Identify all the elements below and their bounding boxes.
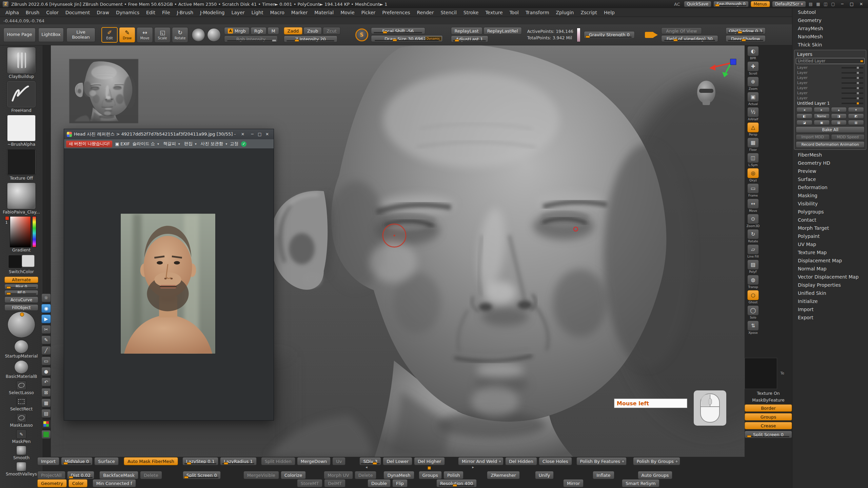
- zscript-dropdown[interactable]: DefaultZScr: [772, 1, 806, 7]
- import-mdd-button[interactable]: Import MDD: [796, 134, 830, 140]
- menu-item[interactable]: Preferences: [379, 10, 413, 15]
- bottom-button[interactable]: Delete: [140, 471, 162, 479]
- bottom-button[interactable]: LazyStep 0.1: [182, 457, 218, 465]
- tool-panel-item[interactable]: Export: [792, 313, 868, 322]
- pin-button[interactable]: 고정: [230, 141, 238, 147]
- side-column-button[interactable]: Crease: [745, 422, 792, 429]
- select-lasso-thumbnail[interactable]: [16, 381, 26, 390]
- move-mode-button[interactable]: ↔ Move: [137, 27, 153, 43]
- texture-on-label[interactable]: Texture On: [745, 391, 792, 396]
- layer-tool-button[interactable]: ▥: [848, 120, 864, 125]
- viewport-toggle[interactable]: ↔ Move: [747, 199, 759, 212]
- layer-tool-button[interactable]: ▸: [814, 107, 830, 112]
- layer-tool-button[interactable]: ◩: [848, 114, 864, 119]
- scale-mode-button[interactable]: ◱ Scale: [154, 27, 171, 43]
- deep-shadow-slider[interactable]: DeepShadow: [726, 35, 766, 42]
- photo-menu[interactable]: 책갈피: [163, 141, 180, 147]
- texture-preview-thumbnail[interactable]: Te: [745, 358, 777, 389]
- blur-slider[interactable]: Blur 0: [4, 284, 38, 289]
- bottom-button[interactable]: Unify: [535, 471, 554, 479]
- tool-panel-item[interactable]: FiberMesh: [792, 151, 868, 159]
- main-color-swatch[interactable]: [8, 255, 22, 268]
- tool-panel-item[interactable]: NanoMesh: [792, 33, 868, 41]
- draw-size-slider[interactable]: Draw Size 30.69679Dynamic: [371, 35, 443, 42]
- alpha-thumbnail[interactable]: [7, 115, 36, 142]
- quicksave-button[interactable]: QuickSave: [684, 1, 711, 7]
- layer-row[interactable]: Layer: [796, 80, 865, 85]
- dynamic-badge[interactable]: Dynamic: [425, 37, 441, 41]
- layer-row[interactable]: Layer: [796, 75, 865, 80]
- bottom-button[interactable]: Mirror: [563, 479, 584, 487]
- bottom-button[interactable]: Split Screen 0: [183, 471, 221, 479]
- see-through-slider[interactable]: See-through 0: [713, 1, 748, 7]
- viewport-toggle[interactable]: ⇅ Xpose: [747, 321, 759, 334]
- layer-intensity-slider[interactable]: [842, 93, 863, 94]
- window-control-button[interactable]: □: [848, 1, 856, 7]
- bottom-button[interactable]: Geometry: [37, 479, 67, 487]
- draw-mode-button[interactable]: ✎ Draw: [119, 27, 135, 43]
- photo-menu[interactable]: 슬라이드 쇼: [133, 141, 159, 147]
- photo-window-titlebar[interactable]: Head 사진 레퍼런스 > 49217dd52f7d7b542151af3f2…: [64, 129, 274, 139]
- bottom-button[interactable]: SDiv 3: [359, 457, 381, 465]
- photo-window-control[interactable]: ✕: [263, 131, 271, 138]
- window-control-button[interactable]: ─: [838, 1, 846, 7]
- menu-item[interactable]: Zplugin: [553, 10, 577, 15]
- tool-panel-item[interactable]: Polygroups: [792, 208, 868, 216]
- current-alpha-icon[interactable]: [192, 28, 205, 42]
- bottom-button[interactable]: Flip: [392, 479, 408, 487]
- record-deformation-button[interactable]: Record Deformation Animation: [796, 141, 865, 148]
- stroke-thumbnail[interactable]: [7, 81, 36, 108]
- menu-item[interactable]: Edit: [143, 10, 159, 15]
- tool-panel-item[interactable]: Texture Map: [792, 248, 868, 257]
- bottom-button[interactable]: ProjectAll: [37, 471, 65, 479]
- select-arrow-icon[interactable]: ▶: [41, 314, 51, 323]
- pencil-icon[interactable]: ✎: [41, 336, 51, 344]
- zadd-toggle[interactable]: Zadd: [284, 27, 302, 35]
- layer-row[interactable]: Layer: [796, 90, 865, 96]
- bottom-button[interactable]: Surface: [94, 457, 119, 465]
- viewport-toggle[interactable]: ▱ Line Fill: [747, 244, 759, 258]
- menu-item[interactable]: Marker: [288, 10, 311, 15]
- viewport-toggle[interactable]: ◎ Qxyz: [747, 168, 759, 182]
- layer-tool-button[interactable]: ◧: [796, 114, 812, 119]
- replay-last-rel-button[interactable]: ReplayLastRel: [484, 27, 522, 35]
- visibility-eye-icon[interactable]: ◉: [41, 304, 51, 313]
- tool-panel-item[interactable]: Preview: [792, 167, 868, 175]
- tool-panel-item[interactable]: Displacement Map: [792, 257, 868, 265]
- lightbulb-icon[interactable]: ☼: [41, 293, 51, 302]
- titlebar-ui-icon[interactable]: ▤: [808, 1, 814, 7]
- adjust-last-slider[interactable]: AdjustLast 1: [451, 36, 488, 42]
- delete-icon[interactable]: ⊠: [41, 388, 51, 397]
- viewport-toggle[interactable]: ◫ L.Sym: [747, 153, 759, 167]
- layer-tool-button[interactable]: ◂: [796, 107, 812, 112]
- bottom-button[interactable]: Resolution 400: [436, 479, 477, 487]
- scissors-icon[interactable]: ✂: [41, 325, 51, 334]
- tool-panel-item[interactable]: Masking: [792, 191, 868, 200]
- tool-panel-item[interactable]: Display Properties: [792, 281, 868, 289]
- tool-panel-item[interactable]: Contact: [792, 216, 868, 224]
- side-column-button[interactable]: Border: [745, 404, 792, 412]
- bottom-button[interactable]: Del Hidden: [505, 457, 537, 465]
- menu-item[interactable]: Tool: [506, 10, 522, 15]
- menu-item[interactable]: Help: [600, 10, 618, 15]
- menu-item[interactable]: Transform: [522, 10, 553, 15]
- layer-name-input[interactable]: Untitled Layer: [796, 58, 865, 64]
- menu-item[interactable]: J-Modeling: [197, 10, 228, 15]
- ruler-icon[interactable]: ╱: [41, 346, 51, 355]
- undo-icon[interactable]: ↶: [41, 378, 51, 386]
- titlebar-ui-icon[interactable]: ▢: [830, 1, 836, 7]
- accucurve-button[interactable]: AccuCurve: [4, 297, 38, 303]
- menu-item[interactable]: Render: [414, 10, 437, 15]
- layer-intensity-slider[interactable]: [842, 103, 863, 104]
- camview-head-icon[interactable]: [695, 79, 717, 108]
- bottom-button[interactable]: Smart ReSym: [622, 479, 659, 487]
- mdd-speed-button[interactable]: MDD Speed: [831, 134, 865, 140]
- menus-toggle[interactable]: Menus: [751, 1, 770, 7]
- photo-close-inline-button[interactable]: ✕: [239, 131, 246, 138]
- rf-slider[interactable]: Rf 0: [4, 290, 38, 296]
- tool-panel-item[interactable]: Surface: [792, 175, 868, 183]
- exif-button[interactable]: ▣ EXIF: [115, 141, 130, 146]
- focal-shift-slider[interactable]: Focal Shift -56: [371, 27, 425, 34]
- viewport-toggle[interactable]: ▨ PolyF: [747, 260, 759, 273]
- menu-item[interactable]: Draw: [93, 10, 113, 15]
